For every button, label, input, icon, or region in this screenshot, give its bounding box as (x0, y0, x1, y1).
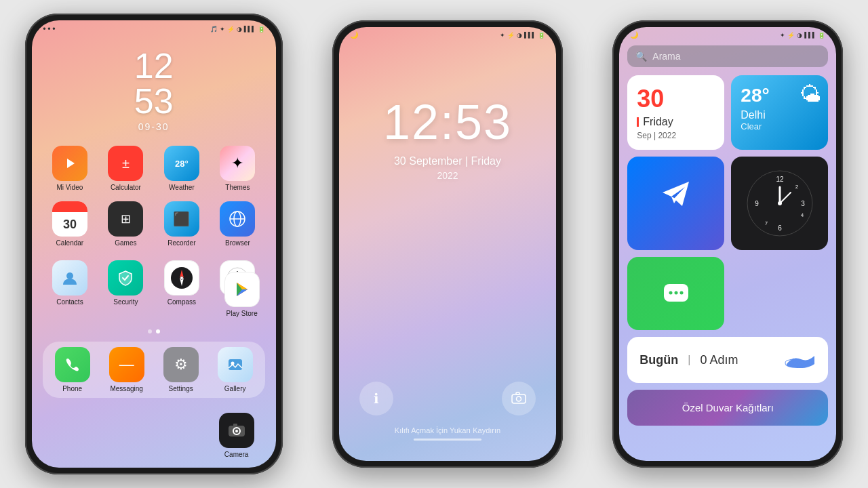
date-day-name: Friday (643, 116, 673, 128)
slider-bar (414, 439, 481, 441)
app-playstore[interactable]: Play Store (222, 272, 262, 317)
weather-label: Weather (169, 184, 195, 191)
phone3-screen: 🌙 ✦⚡◑▌▌▌🔋 🔍 Arama 30 F (619, 27, 836, 461)
telegram-content (637, 166, 715, 220)
step-count: 0 Adım (700, 353, 738, 367)
calendar-label: Calendar (56, 239, 84, 247)
cc-search-bar[interactable]: 🔍 Arama (627, 45, 828, 67)
lock-actions: ℹ (359, 382, 536, 415)
cc-content: 🔍 Arama 30 Friday Sep | 2022 (619, 40, 836, 431)
phone1-status-bar: ⦁ ⦁ ⦁ 🎵✦⚡◑▌▌▌🔋 (32, 20, 276, 35)
date-day-num: 30 (637, 85, 715, 113)
date-widget[interactable]: 30 Friday Sep | 2022 (627, 75, 724, 150)
messaging-label: Messaging (110, 385, 142, 392)
app-calendar[interactable]: 30 Calendar (45, 201, 95, 247)
app-browser[interactable]: Browser (213, 201, 262, 247)
app-recorder[interactable]: ⬛ Recorder (157, 201, 207, 247)
svg-text:12: 12 (776, 176, 784, 183)
phone2-status-bar: 🌙 ✦⚡◑▌▌▌🔋 (339, 27, 556, 40)
recorder-label: Recorder (167, 239, 195, 247)
phone1-status-icons: 🎵✦⚡◑▌▌▌🔋 (210, 26, 265, 33)
step-widget[interactable]: Bugün | 0 Adım (627, 337, 828, 383)
svg-point-8 (180, 277, 183, 279)
messaging-icon[interactable]: — (109, 347, 144, 382)
lock-date: 30 September | Friday (339, 155, 556, 167)
games-icon[interactable]: ⊞ (108, 201, 143, 237)
phone3-frame: 🌙 ✦⚡◑▌▌▌🔋 🔍 Arama 30 F (612, 20, 843, 468)
phone-icon[interactable] (55, 347, 90, 382)
gallery-label: Gallery (224, 385, 246, 392)
clock-widget[interactable]: 12 3 6 9 2 4 7 (731, 157, 828, 250)
lock-time-display: 12:53 (339, 94, 556, 150)
svg-point-36 (778, 201, 782, 205)
settings-label: Settings (169, 385, 193, 392)
compass-icon[interactable] (164, 260, 199, 296)
svg-marker-0 (67, 159, 75, 168)
telegram-logo (659, 176, 693, 210)
app-compass[interactable]: Compass (157, 260, 207, 306)
browser-icon[interactable] (220, 201, 255, 237)
contacts-label: Contacts (56, 298, 83, 306)
dock-phone[interactable]: Phone (48, 347, 97, 392)
phone1-clock: 12 53 09-30 (32, 35, 276, 139)
cc-widgets-row1: 30 Friday Sep | 2022 28° 🌤 Delhi C (627, 75, 828, 150)
weather-icon[interactable]: 28° (164, 146, 199, 181)
phone3-status-icons: ✦⚡◑▌▌▌🔋 (780, 32, 825, 39)
cal-num: 30 (52, 212, 87, 237)
weather-city: Delhi (741, 109, 818, 121)
telegram-widget[interactable] (627, 157, 724, 250)
calculator-icon[interactable]: ± (108, 146, 143, 181)
phone2-status-left: 🌙 (350, 31, 358, 39)
security-label: Security (113, 298, 138, 306)
app-calculator[interactable]: ± Calculator (101, 146, 151, 191)
weather-condition: Clear (741, 121, 818, 131)
themes-icon[interactable]: ✦ (220, 146, 255, 181)
dock-camera-wrap[interactable]: Camera (219, 413, 254, 458)
lock-info-btn[interactable]: ℹ (359, 382, 393, 415)
cal-header (52, 201, 87, 212)
mivideo-icon[interactable] (52, 146, 87, 181)
settings-icon[interactable]: ⚙ (163, 347, 199, 382)
playstore-icon[interactable] (224, 272, 260, 307)
date-widget-content: 30 Friday Sep | 2022 (637, 85, 715, 140)
step-info: Bugün | 0 Adım (639, 353, 738, 367)
message-widget[interactable] (627, 257, 724, 330)
phone2-frame: 🌙 ✦⚡◑▌▌▌🔋 12:53 30 September | Friday 20… (332, 20, 563, 468)
svg-text:6: 6 (778, 224, 782, 232)
svg-point-40 (679, 291, 683, 295)
calendar-icon[interactable]: 30 (52, 201, 87, 237)
phone1-app-row2: 30 Calendar ⊞ Games ⬛ Recorder (32, 195, 276, 253)
weather-widget[interactable]: 28° 🌤 Delhi Clear (731, 75, 828, 150)
cc-widgets-row3 (627, 257, 828, 330)
security-icon[interactable] (108, 260, 143, 296)
dock-settings[interactable]: ⚙ Settings (157, 347, 205, 392)
mivideo-label: Mi Video (57, 184, 83, 191)
dock-messaging[interactable]: — Messaging (102, 347, 151, 392)
recorder-icon[interactable]: ⬛ (164, 201, 199, 237)
app-themes[interactable]: ✦ Themes (213, 146, 262, 191)
step-label: Bugün (639, 353, 678, 367)
phone1-status-time: ⦁ ⦁ ⦁ (43, 24, 55, 33)
svg-text:4: 4 (801, 212, 804, 218)
phone3-status-left: 🌙 (630, 31, 638, 39)
app-mivideo[interactable]: Mi Video (45, 146, 95, 191)
dock-gallery[interactable]: Gallery (211, 347, 260, 392)
message-content (637, 266, 715, 321)
app-contacts[interactable]: Contacts (45, 260, 95, 306)
svg-point-24 (516, 396, 521, 401)
app-weather[interactable]: 28° Weather (157, 146, 207, 191)
gallery-icon[interactable] (218, 347, 253, 382)
date-red-line (637, 117, 639, 127)
lock-year: 2022 (339, 170, 556, 181)
app-games[interactable]: ⊞ Games (101, 201, 151, 247)
svg-point-21 (235, 430, 238, 432)
camera-icon[interactable] (219, 413, 254, 448)
search-icon: 🔍 (635, 51, 647, 62)
empty-slot (731, 257, 828, 330)
wallpaper-button[interactable]: Özel Duvar Kağıtları (627, 390, 828, 426)
lock-camera-btn[interactable] (502, 382, 536, 415)
contacts-icon[interactable] (52, 260, 87, 296)
analog-clock-content: 12 3 6 9 2 4 7 (741, 166, 818, 241)
app-security[interactable]: Security (101, 260, 151, 306)
svg-text:7: 7 (765, 220, 768, 226)
